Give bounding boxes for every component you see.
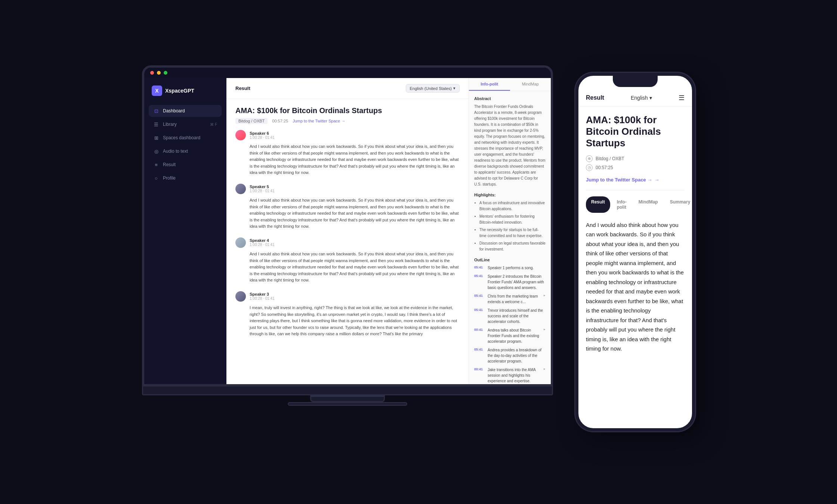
- sidebar-item-dashboard[interactable]: ⊡ Dashboard: [149, 105, 222, 117]
- expand-icon[interactable]: ▸: [544, 293, 546, 297]
- speaker-block-3: Speaker 4 1:00:28 · 01:41 And I would al…: [235, 237, 460, 284]
- result-header: Result English (United States) ▾: [226, 78, 469, 99]
- outline-item: 05:41 Speaker 2 introduces the Bitcoin F…: [474, 274, 546, 290]
- jump-to-twitter-space-link[interactable]: Jump to the Twitter Space →: [293, 119, 345, 123]
- info-tabs: Info-polit MindMap: [469, 78, 551, 91]
- abstract-title: Abstract: [474, 96, 546, 101]
- highlight-item: A focus on infrastructure and innovative…: [479, 200, 546, 212]
- expand-icon[interactable]: ▸: [544, 327, 546, 331]
- tab-info-polit[interactable]: Info-polit: [469, 78, 510, 91]
- phone-tab-summary[interactable]: Summary: [665, 196, 692, 213]
- result-body: AMA: $100k for Bitcoin Ordinals Startups…: [226, 99, 469, 384]
- profile-icon: ○: [153, 175, 159, 181]
- divider: [586, 190, 685, 190]
- phone-language-selector[interactable]: English ▾: [631, 95, 652, 101]
- sidebar-item-audio-to-text[interactable]: ◎ Audio to text: [149, 145, 222, 157]
- speaker-name: Speaker 3: [250, 292, 275, 296]
- language-selector[interactable]: English (United States) ▾: [406, 84, 460, 93]
- laptop-foot: [288, 402, 407, 406]
- minimize-dot[interactable]: [157, 71, 161, 75]
- speaker-time: 1:00:28 · 01:41: [250, 296, 275, 301]
- phone-tab-result[interactable]: Result: [586, 196, 610, 213]
- close-dot[interactable]: [150, 71, 154, 75]
- sidebar-item-result[interactable]: ≡ Result: [149, 159, 222, 171]
- audio-icon: ◎: [153, 148, 159, 154]
- phone-language-value: English: [631, 95, 648, 101]
- sidebar-item-spaces-dashboard[interactable]: ⊞ Spaces dashboard: [149, 132, 222, 144]
- highlight-item: The necessity for startups to be full-ti…: [479, 227, 546, 239]
- maximize-dot[interactable]: [164, 71, 167, 75]
- session-title: AMA: $100k for Bitcoin Ordinals Startups: [235, 106, 460, 115]
- phone-duration: 00:57:25: [596, 165, 613, 170]
- phone-session-title: AMA: $100k for Bitcoin Ordinals Startups: [586, 114, 685, 149]
- chevron-down-icon: ▾: [453, 86, 455, 91]
- sidebar-item-label: Dashboard: [163, 108, 185, 113]
- sidebar-item-profile[interactable]: ○ Profile: [149, 172, 222, 184]
- laptop-stand: [310, 395, 385, 402]
- dashboard-icon: ⊡: [153, 108, 159, 114]
- speaker-text: And I would also think about how you can…: [235, 143, 460, 176]
- avatar: [235, 130, 246, 140]
- outline-list: 05:41 Speaker 1 performs a song. 05:41 S…: [474, 265, 546, 384]
- highlights-title: Highlights:: [474, 193, 546, 197]
- outline-item: 05:41 Trevor introduces himself and the …: [474, 308, 546, 324]
- logo-text: XspaceGPT: [165, 88, 194, 94]
- main-content: Result English (United States) ▾ AMA: $1…: [226, 78, 551, 384]
- speaker-name: Speaker 4: [250, 238, 275, 243]
- outline-item: 05:41 Speaker 1 performs a song.: [474, 265, 546, 271]
- avatar: [235, 184, 246, 194]
- tag-icon: ⊕: [586, 155, 593, 162]
- laptop-device: X XspaceGPT ⊡ Dashboard ☰ Library ⌘ F: [142, 65, 553, 439]
- outline-title: OutLine: [474, 258, 546, 262]
- highlight-item: Discussion on legal structures favorable…: [479, 240, 546, 252]
- phone-tab-info-polit[interactable]: Info-polit: [612, 196, 632, 213]
- expand-icon[interactable]: ▸: [544, 367, 546, 371]
- laptop-top-bar: [144, 68, 551, 78]
- outline-item: 00:41 Jake transitions into the AMA sess…: [474, 367, 546, 384]
- chevron-down-icon: ▾: [649, 95, 652, 101]
- sidebar-item-library[interactable]: ☰ Library ⌘ F: [149, 118, 222, 130]
- speaker-block-1: Speaker 6 1:00:28 · 01:41 And I would al…: [235, 130, 460, 176]
- spaces-icon: ⊞: [153, 135, 159, 141]
- phone-meta-tag-item: ⊕ Bitdog / OXBT: [586, 155, 685, 162]
- speaker-time: 1:00:28 · 01:41: [250, 136, 275, 140]
- phone-device: Result English ▾ ☰ AMA: $100k for Bitcoi…: [575, 73, 695, 431]
- speaker-text: And I would also think about how you can…: [235, 251, 460, 284]
- speaker-block-4: Speaker 3 1:00:28 · 01:41 I mean, truly …: [235, 291, 460, 337]
- laptop-base: [142, 386, 553, 395]
- sidebar-item-label: Spaces dashboard: [163, 135, 200, 140]
- info-body: Abstract The Bitcoin Frontier Funds Ordi…: [469, 91, 551, 384]
- speaker-time: 1:00:28 · 01:41: [250, 189, 275, 193]
- meta-tag: Bitdog / OXBT: [235, 118, 268, 124]
- speaker-name: Speaker 6: [250, 131, 275, 136]
- phone-notch: [613, 76, 658, 87]
- speaker-block-2: Speaker 5 1:00:28 · 01:41 And I would al…: [235, 184, 460, 230]
- result-icon: ≡: [153, 162, 159, 168]
- duration: 00:57:25: [272, 119, 288, 123]
- result-label: Result: [235, 85, 250, 91]
- session-meta: Bitdog / OXBT 00:57:25 Jump to the Twitt…: [235, 118, 460, 124]
- phone-body: AMA: $100k for Bitcoin Ordinals Startups…: [578, 107, 692, 428]
- sidebar: X XspaceGPT ⊡ Dashboard ☰ Library ⌘ F: [144, 78, 226, 384]
- phone-tabs: Result Info-polit MindMap Summary: [586, 196, 685, 213]
- speaker-text: I mean, truly will invest in anything, r…: [235, 305, 460, 337]
- phone-jump-link[interactable]: Jump to the Twitter Space → →: [586, 177, 685, 183]
- tab-mindmap[interactable]: MindMap: [510, 78, 551, 91]
- outline-item: 05:41 Chris from the marketing team exte…: [474, 293, 546, 305]
- avatar: [235, 291, 246, 302]
- phone-jump-label: Jump to the Twitter Space →: [586, 177, 652, 183]
- laptop-screen: X XspaceGPT ⊡ Dashboard ☰ Library ⌘ F: [142, 65, 553, 386]
- logo-icon: X: [152, 85, 162, 96]
- phone-result-label: Result: [586, 94, 604, 101]
- phone-duration-item: ◷ 00:57:25: [586, 164, 685, 171]
- sidebar-item-label: Result: [163, 162, 176, 167]
- library-icon: ☰: [153, 121, 159, 127]
- hamburger-icon[interactable]: ☰: [679, 94, 685, 102]
- shortcut-label: ⌘ F: [210, 122, 217, 127]
- logo: X XspaceGPT: [144, 85, 226, 105]
- phone-tab-mindmap[interactable]: MindMap: [633, 196, 663, 213]
- phone-content-text: And I would also think about how you can…: [586, 220, 685, 354]
- language-value: English (United States): [410, 86, 452, 91]
- highlights-list: A focus on infrastructure and innovative…: [474, 200, 546, 252]
- arrow-icon: →: [654, 177, 659, 183]
